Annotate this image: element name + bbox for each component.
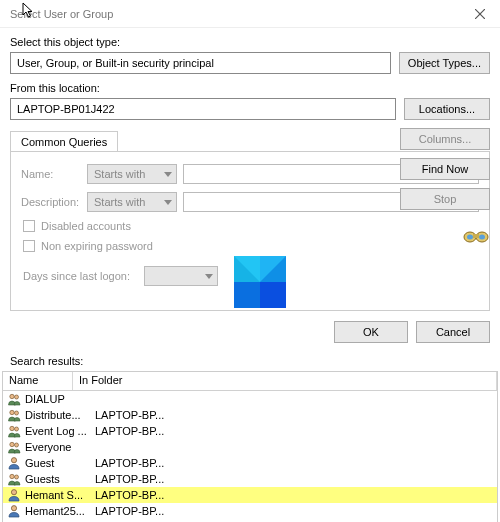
- stop-button[interactable]: Stop: [400, 188, 490, 210]
- list-item-name: Guests: [25, 473, 91, 485]
- days-since-logon-combo[interactable]: [144, 266, 218, 286]
- svg-point-15: [15, 411, 19, 415]
- close-button[interactable]: [460, 0, 500, 28]
- list-item[interactable]: DIALUP: [3, 391, 497, 407]
- tab-common-queries[interactable]: Common Queries: [10, 131, 118, 152]
- svg-point-18: [10, 442, 14, 446]
- chevron-down-icon: [164, 172, 172, 177]
- list-item[interactable]: Event Log ...LAPTOP-BP...: [3, 423, 497, 439]
- list-item[interactable]: Everyone: [3, 439, 497, 455]
- ok-button[interactable]: OK: [334, 321, 408, 343]
- user-icon: [7, 504, 21, 518]
- object-type-label: Select this object type:: [10, 36, 490, 48]
- svg-point-16: [10, 426, 14, 430]
- days-since-logon-label: Days since last logon:: [23, 270, 130, 282]
- locations-button[interactable]: Locations...: [404, 98, 490, 120]
- svg-point-12: [10, 394, 14, 398]
- group-icon: [7, 392, 21, 406]
- description-label: Description:: [21, 196, 81, 208]
- cancel-button[interactable]: Cancel: [416, 321, 490, 343]
- list-item-name: DIALUP: [25, 393, 91, 405]
- svg-point-14: [10, 410, 14, 414]
- results-header: Name In Folder: [2, 371, 498, 391]
- svg-point-21: [10, 474, 14, 478]
- svg-rect-9: [234, 282, 260, 308]
- overlay-logo-icon: [234, 256, 286, 308]
- search-results-label: Search results:: [0, 353, 500, 371]
- svg-point-17: [15, 427, 19, 431]
- chevron-down-icon: [205, 274, 213, 279]
- svg-point-24: [11, 506, 16, 511]
- list-item-folder: LAPTOP-BP...: [95, 473, 493, 485]
- titlebar: Select User or Group: [0, 0, 500, 28]
- group-icon: [7, 472, 21, 486]
- object-type-field: User, Group, or Built-in security princi…: [10, 52, 391, 74]
- location-section: From this location: LAPTOP-BP01J422 Loca…: [0, 74, 500, 120]
- svg-point-22: [15, 475, 19, 479]
- checkbox-icon: [23, 220, 35, 232]
- group-icon: [7, 424, 21, 438]
- side-buttons: Columns... Find Now Stop: [400, 128, 490, 246]
- list-item[interactable]: Hemant S...LAPTOP-BP...: [3, 487, 497, 503]
- svg-point-19: [15, 443, 19, 447]
- svg-rect-10: [260, 282, 286, 308]
- chevron-down-icon: [164, 200, 172, 205]
- group-icon: [7, 440, 21, 454]
- svg-point-20: [11, 458, 16, 463]
- checkbox-icon: [23, 240, 35, 252]
- list-item-folder: LAPTOP-BP...: [95, 457, 493, 469]
- list-item[interactable]: GuestsLAPTOP-BP...: [3, 471, 497, 487]
- list-item-name: Guest: [25, 457, 91, 469]
- object-types-button[interactable]: Object Types...: [399, 52, 490, 74]
- svg-rect-6: [473, 234, 479, 238]
- name-label: Name:: [21, 168, 81, 180]
- list-item-folder: LAPTOP-BP...: [95, 409, 493, 421]
- column-header-folder[interactable]: In Folder: [73, 372, 497, 390]
- columns-button[interactable]: Columns...: [400, 128, 490, 150]
- list-item[interactable]: GuestLAPTOP-BP...: [3, 455, 497, 471]
- footer-buttons: OK Cancel: [0, 311, 500, 353]
- find-now-button[interactable]: Find Now: [400, 158, 490, 180]
- list-item-name: Event Log ...: [25, 425, 91, 437]
- name-mode-combo[interactable]: Starts with: [87, 164, 177, 184]
- list-item-name: Hemant S...: [25, 489, 91, 501]
- group-icon: [7, 408, 21, 422]
- list-item[interactable]: Distribute...LAPTOP-BP...: [3, 407, 497, 423]
- window-title: Select User or Group: [10, 8, 113, 20]
- description-mode-combo[interactable]: Starts with: [87, 192, 177, 212]
- svg-point-13: [15, 395, 19, 399]
- list-item-folder: LAPTOP-BP...: [95, 505, 493, 517]
- list-item-folder: LAPTOP-BP...: [95, 425, 493, 437]
- results-list[interactable]: DIALUPDistribute...LAPTOP-BP...Event Log…: [2, 391, 498, 522]
- svg-point-23: [11, 490, 16, 495]
- location-field: LAPTOP-BP01J422: [10, 98, 396, 120]
- column-header-name[interactable]: Name: [3, 372, 73, 390]
- list-item[interactable]: Hemant25...LAPTOP-BP...: [3, 503, 497, 519]
- svg-point-4: [467, 235, 473, 240]
- list-item-folder: LAPTOP-BP...: [95, 489, 493, 501]
- binoculars-icon: [462, 224, 490, 246]
- list-item-name: Everyone: [25, 441, 91, 453]
- list-item-name: Hemant25...: [25, 505, 91, 517]
- object-type-section: Select this object type: User, Group, or…: [0, 28, 500, 74]
- user-icon: [7, 456, 21, 470]
- location-label: From this location:: [10, 82, 490, 94]
- list-item-name: Distribute...: [25, 409, 91, 421]
- close-icon: [475, 9, 485, 19]
- user-icon: [7, 488, 21, 502]
- svg-point-5: [479, 235, 485, 240]
